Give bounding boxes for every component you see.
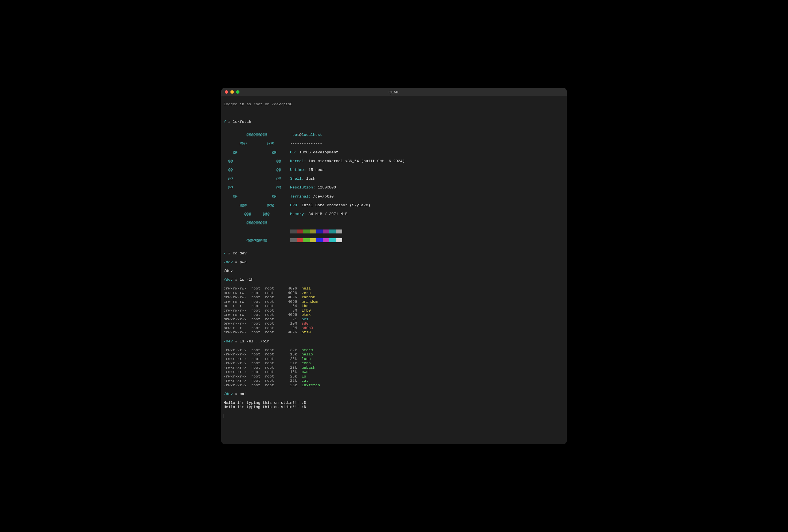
ls-dev-output: crw-rw-rw- root root 4096 nullcrw-rw-rw-… [223, 287, 565, 335]
ls-row: -rwxr-xr-x root root 26k ls [223, 374, 565, 379]
ls-filename: ls [301, 374, 306, 379]
ls-perm: -rwxr-xr-x [223, 361, 251, 365]
fetch-host: localhost [301, 133, 322, 137]
ls-size: 4096 [278, 300, 297, 304]
ls-owner: root [251, 370, 265, 374]
prompt-line: /dev # ls -hl ../bin [223, 339, 565, 344]
ls-group: root [265, 326, 279, 330]
command-text: cat [240, 392, 247, 396]
color-swatch [329, 230, 336, 234]
window-title: QEMU [389, 90, 400, 94]
zoom-icon[interactable] [236, 90, 239, 94]
ls-filename: zero [301, 291, 311, 295]
logo-line: @@ @@ [223, 177, 281, 181]
ls-perm: brw-r--r-- [223, 326, 251, 330]
logo-line: @@@ @@@ [223, 141, 278, 146]
cursor-line[interactable] [223, 414, 565, 418]
color-swatches-row [290, 238, 342, 242]
close-icon[interactable] [225, 90, 228, 94]
ls-group: root [265, 304, 279, 308]
ls-perm: -rwxr-xr-x [223, 366, 251, 370]
ls-size: 91 [278, 317, 297, 321]
fetch-label: Shell: [290, 177, 304, 181]
ls-size: 4096 [278, 330, 297, 334]
color-swatch [290, 230, 297, 234]
ls-owner: root [251, 304, 265, 308]
logo-line: @@@@@@@@@ [223, 221, 278, 225]
color-swatch [323, 230, 329, 234]
ls-filename: hello [301, 352, 313, 357]
ls-row: -rwxr-xr-x root root 25k luxfetch [223, 383, 565, 388]
ls-perm: crw-rw-rw- [223, 300, 251, 304]
ls-filename: echo [301, 361, 311, 365]
color-swatch [297, 238, 303, 242]
command-text: pwd [240, 260, 247, 264]
ls-owner: root [251, 348, 265, 352]
color-swatch [323, 238, 329, 242]
minimize-icon[interactable] [231, 90, 234, 94]
ls-owner: root [251, 309, 265, 313]
color-swatch [303, 238, 310, 242]
cat-text: Hello i'm typing this on stdin!!! :D [223, 401, 306, 405]
prompt-path: /dev [223, 260, 233, 264]
logo-line: @@ @@ [223, 159, 281, 163]
ls-size: 32k [278, 348, 297, 352]
ls-row: crw-rw-rw- root root 4096 null [223, 287, 565, 291]
ls-group: root [265, 370, 279, 374]
ls-filename: nterm [301, 348, 313, 352]
ls-owner: root [251, 295, 265, 299]
blank-line [223, 111, 565, 116]
ls-filename: sd0p0 [301, 326, 313, 330]
terminal-body[interactable]: logged in as root on /dev/pts0 / # luxfe… [221, 96, 567, 444]
ls-group: root [265, 317, 279, 321]
ls-owner: root [251, 317, 265, 321]
fetch-value: 1280x800 [318, 185, 336, 190]
ls-row: -rwxr-xr-x root root 16k hello [223, 352, 565, 357]
fetch-value: 34 MiB / 3071 MiB [309, 212, 348, 216]
fetch-row: @@@@@@@@@ [223, 238, 565, 243]
fetch-value: lush [306, 177, 315, 181]
fetch-row: @@@@@@@@@ [223, 221, 565, 225]
prompt-path: / [223, 251, 226, 256]
ls-owner: root [251, 383, 265, 388]
ls-row: crw-rw-rw- root root 4096 urandom [223, 300, 565, 304]
ls-perm: crw-rw-rw- [223, 295, 251, 299]
color-swatch [297, 230, 303, 234]
ls-size: 25k [278, 383, 297, 388]
cat-output: Hello i'm typing this on stdin!!! :DHell… [223, 401, 565, 410]
cat-line: Hello i'm typing this on stdin!!! :D [223, 405, 565, 410]
ls-owner: root [251, 357, 265, 361]
fetch-row: @@ @@ Uptime: 15 secs [223, 168, 565, 172]
fetch-label: Memory: [290, 212, 306, 216]
logo-line: @@ @@ [223, 185, 281, 190]
ls-row: crw-rw-r-- root root 3M lfb0 [223, 309, 565, 313]
fetch-row: @@@@@@@@@ root@localhost [223, 133, 565, 137]
ls-group: root [265, 321, 279, 326]
fetch-row: @@@ @@@ Memory: 34 MiB / 3071 MiB [223, 212, 565, 216]
ls-group: root [265, 291, 279, 295]
ls-row: -rwxr-xr-x root root 16k pwd [223, 370, 565, 374]
ls-row: -rwxr-xr-x root root 32k nterm [223, 348, 565, 353]
ls-row: crw-rw-rw- root root 4096 pts0 [223, 330, 565, 335]
ls-group: root [265, 287, 279, 291]
ls-owner: root [251, 374, 265, 379]
ls-row: cr--r--r-- root root 64 kbd [223, 304, 565, 309]
ls-filename: lush [301, 357, 311, 361]
ls-size: 26k [278, 374, 297, 379]
ls-row: -rwxr-xr-x root root 22k cat [223, 379, 565, 383]
prompt-hash: # [228, 120, 231, 124]
titlebar[interactable]: QEMU [221, 88, 567, 96]
ls-size: 64 [278, 304, 297, 308]
fetch-sep: -------------- [290, 141, 322, 146]
prompt-hash: # [228, 251, 231, 256]
ls-group: root [265, 300, 279, 304]
prompt-path: /dev [223, 339, 233, 343]
ls-owner: root [251, 300, 265, 304]
fetch-label: Kernel: [290, 159, 306, 163]
ls-group: root [265, 374, 279, 379]
ls-row: brw-r--r-- root root 9M sd0p0 [223, 326, 565, 331]
prompt-line: / # luxfetch [223, 120, 565, 124]
cursor-icon [223, 414, 224, 418]
ls-perm: crw-rw-rw- [223, 330, 251, 334]
ls-size: 9M [278, 326, 297, 330]
